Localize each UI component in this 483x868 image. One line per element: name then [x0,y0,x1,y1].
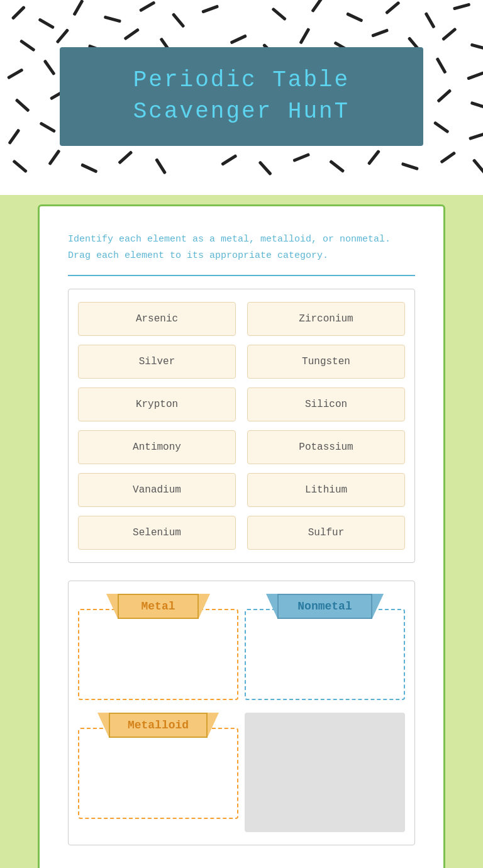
metal-ribbon-label: Metal [118,594,198,619]
drop-zones-top: Metal Nonmetal [78,594,405,700]
elements-row-6: Selenium Sulfur [78,516,405,550]
page-title: Periodic Table Scavenger HunT [82,65,401,128]
nonmetal-zone: Nonmetal [245,594,405,700]
elements-row-4: Antimony Potassium [78,430,405,464]
instructions-text: Identify each element as a metal, metall… [68,231,415,276]
empty-zone [245,713,405,832]
metalloid-ribbon-label: Metalloid [109,713,208,738]
nonmetal-drop-box[interactable] [245,609,405,700]
element-silicon[interactable]: Silicon [247,387,405,421]
content-area: Identify each element as a metal, metall… [0,195,483,868]
metalloid-ribbon-wrapper: Metalloid [109,713,208,738]
inner-content: Identify each element as a metal, metall… [38,204,445,868]
element-vanadium[interactable]: Vanadium [78,473,236,507]
metal-drop-box[interactable] [78,609,238,700]
element-sulfur[interactable]: Sulfur [247,516,405,550]
pattern-background: Periodic Table Scavenger HunT [0,0,483,195]
elements-row-5: Vanadium Lithium [78,473,405,507]
nonmetal-ribbon-container: Nonmetal [245,594,405,619]
element-arsenic[interactable]: Arsenic [78,302,236,336]
metal-ribbon-container: Metal [78,594,238,619]
element-antimony[interactable]: Antimony [78,430,236,464]
nonmetal-ribbon-wrapper: Nonmetal [277,594,372,619]
elements-grid: Arsenic Zirconium Silver Tungsten Krypto… [68,289,415,563]
element-zirconium[interactable]: Zirconium [247,302,405,336]
element-silver[interactable]: Silver [78,345,236,379]
nonmetal-ribbon-left [266,594,277,618]
elements-row-1: Arsenic Zirconium [78,302,405,336]
metal-ribbon-wrapper: Metal [118,594,198,619]
metal-ribbon-left [106,594,118,618]
metal-zone: Metal [78,594,238,700]
drop-zones-bottom: Metalloid [78,713,405,832]
metalloid-drop-box[interactable] [78,728,238,819]
nonmetal-ribbon-right [372,594,384,618]
metalloid-ribbon-container: Metalloid [78,713,238,738]
element-selenium[interactable]: Selenium [78,516,236,550]
element-lithium[interactable]: Lithium [247,473,405,507]
element-potassium[interactable]: Potassium [247,430,405,464]
elements-row-3: Krypton Silicon [78,387,405,421]
metal-ribbon-right [199,594,210,618]
metalloid-ribbon-left [97,713,109,737]
metalloid-zone: Metalloid [78,713,238,832]
drop-zones-container: Metal Nonmetal [68,581,415,845]
page: Periodic Table Scavenger HunT Identify e… [0,0,483,868]
metalloid-ribbon-right [208,713,219,737]
title-box: Periodic Table Scavenger HunT [60,47,423,146]
elements-row-2: Silver Tungsten [78,345,405,379]
element-krypton[interactable]: Krypton [78,387,236,421]
element-tungsten[interactable]: Tungsten [247,345,405,379]
nonmetal-ribbon-label: Nonmetal [277,594,372,619]
